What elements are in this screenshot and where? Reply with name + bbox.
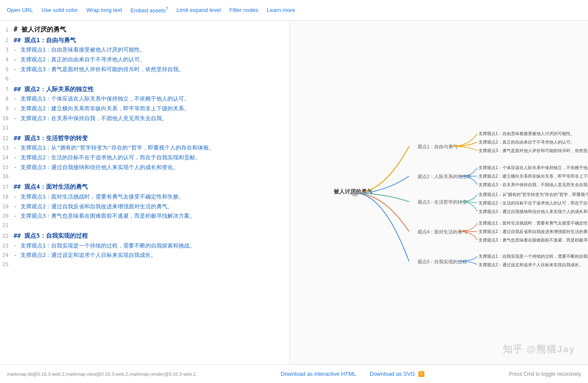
main-content: 1# 被人讨厌的勇气2## 观点1：自由与勇气3 - 支撑观点1：自由意味着接受… xyxy=(0,20,588,364)
editor-line: 3 - 支撑观点1：自由意味着接受被他人讨厌的可能性。 xyxy=(0,45,289,55)
editor-line: 22## 观点5：自我实现的过程 xyxy=(0,230,289,241)
editor-line: 5 - 支撑观点3：勇气是面对他人评价和可能的排斥时，依然坚持自我。 xyxy=(0,65,289,75)
svg-text:支撑观点3：通过自我接纳和信任他人来实现个人的成长和变化。: 支撑观点3：通过自我接纳和信任他人来实现个人的成长和变化。 xyxy=(478,209,588,214)
editor-line: 2## 观点1：自由与勇气 xyxy=(0,35,289,45)
filter-nodes-link[interactable]: Filter nodes xyxy=(229,7,258,13)
bottom-bar: markmap-lib@0.16.3-web.2,markmap-view@0.… xyxy=(0,364,588,383)
svg-text:支撑观点2：通过设定和追求个人目标来实现自我成长。: 支撑观点2：通过设定和追求个人目标来实现自我成长。 xyxy=(478,262,583,267)
line-number: 16 xyxy=(0,173,14,181)
line-number: 20 xyxy=(0,212,14,220)
line-content: # 被人讨厌的勇气 xyxy=(14,24,66,35)
version-info: markmap-lib@0.16.3-web.2,markmap-view@0.… xyxy=(7,371,196,377)
editor-line: 9 - 支撑观点2：建立横向关系而非纵向关系，即平等而非上下级的关系。 xyxy=(0,104,289,114)
line-content: ## 观点1：自由与勇气 xyxy=(14,35,76,45)
limit-expand-level-link[interactable]: Limit expand level xyxy=(176,7,221,13)
editor-line: 13 - 支撑观点1：从"拥有的"哲学转变为"存在的"哲学，即重视个人的存在和体… xyxy=(0,143,289,153)
line-content: - 支撑观点1：自由意味着接受被他人讨厌的可能性。 xyxy=(14,46,145,55)
line-number: 24 xyxy=(0,251,14,259)
line-number: 22 xyxy=(0,232,14,240)
line-number: 13 xyxy=(0,144,14,152)
embed-assets-superscript: ? xyxy=(166,6,168,11)
line-number: 9 xyxy=(0,105,14,113)
editor-line: 6 xyxy=(0,75,289,84)
line-number: 7 xyxy=(0,86,14,94)
line-number: 3 xyxy=(0,46,14,54)
embed-assets-label: Embed assets xyxy=(130,7,165,14)
editor-line: 24 - 支撑观点2：通过设定和追求个人目标来实现自我成长。 xyxy=(0,251,289,260)
svg-text:支撑观点3：勇气是面对他人评价和可能的排斥时，依然坚持自我。: 支撑观点3：勇气是面对他人评价和可能的排斥时，依然坚持自我。 xyxy=(478,148,588,153)
svg-text:支撑观点2：建立横向关系而非纵向关系，即平等而非上下级的关系: 支撑观点2：建立横向关系而非纵向关系，即平等而非上下级的关系。 xyxy=(478,174,588,179)
line-number: 23 xyxy=(0,242,14,250)
svg-text:支撑观点1：面对生活挑战时，需要有勇气去接受不确定性和失败。: 支撑观点1：面对生活挑战时，需要有勇气去接受不确定性和失败。 xyxy=(478,221,588,225)
editor-line: 20 - 支撑观点3：勇气也意味着在困难面前不逃避，而是积极寻找解决方案。 xyxy=(0,211,289,221)
editor-line: 25 xyxy=(0,260,289,270)
line-number: 12 xyxy=(0,135,14,143)
editor-line: 18 - 支撑观点1：面对生活挑战时，需要有勇气去接受不确定性和失败。 xyxy=(0,192,289,202)
line-content: - 支撑观点2：建立横向关系而非纵向关系，即平等而非上下级的关系。 xyxy=(14,104,190,113)
line-number: 4 xyxy=(0,56,14,64)
editor-line: 17## 观点4：面对生活的勇气 xyxy=(0,181,289,192)
svg-text:支撑观点3：勇气也意味着在困难面前不逃避，而是积极寻找解决方: 支撑观点3：勇气也意味着在困难面前不逃避，而是积极寻找解决方案。 xyxy=(478,238,588,242)
download-links: Download as interactive HTML Download as… xyxy=(281,371,424,377)
line-content: - 支撑观点2：真正的自由来自于不寻求他人的认可。 xyxy=(14,55,145,64)
line-content: - 支撑观点1：面对生活挑战时，需要有勇气去接受不确定性和失败。 xyxy=(14,193,184,202)
line-number: 8 xyxy=(0,95,14,103)
mindmap-panel[interactable]: 被人讨厌的勇气 观点1：自由与勇气 支撑观点1：自由意味着接受被他人讨厌的可能性… xyxy=(290,20,588,364)
editor-line: 7## 观点2：人际关系的独立性 xyxy=(0,84,289,94)
svg-point-22 xyxy=(352,190,359,197)
use-solid-color-link[interactable]: Use solid color xyxy=(41,7,78,13)
editor-line: 4 - 支撑观点2：真正的自由来自于不寻求他人的认可。 xyxy=(0,55,289,65)
editor-line: 12## 观点3：生活哲学的转变 xyxy=(0,133,289,143)
editor-line: 1# 被人讨厌的勇气 xyxy=(0,24,289,35)
svg-text:支撑观点3：在关系中保持自我，不因他人意见而失去自我。: 支撑观点3：在关系中保持自我，不因他人意见而失去自我。 xyxy=(478,182,588,187)
svg-text:支撑观点1：从"拥有的"哲学转变为"存在的"哲学，即重视个人: 支撑观点1：从"拥有的"哲学转变为"存在的"哲学，即重视个人的存在和体验。 xyxy=(478,192,588,197)
line-number: 19 xyxy=(0,203,14,211)
editor-line: 19 - 支撑观点2：通过自我反省和自我改进来增强面对生活的勇气。 xyxy=(0,202,289,212)
svg-text:观点3：生活哲学的转变: 观点3：生活哲学的转变 xyxy=(418,199,467,204)
line-content: ## 观点4：面对生活的勇气 xyxy=(14,182,88,191)
line-number: 14 xyxy=(0,154,14,162)
line-number: 6 xyxy=(0,75,14,83)
wrap-long-text-link[interactable]: Wrap long text xyxy=(86,7,122,13)
shortcut-hint: Press Cmd to toggle recursively xyxy=(509,371,581,377)
editor-line: 10 - 支撑观点3：在关系中保持自我，不因他人意见而失去自我。 xyxy=(0,114,289,124)
warning-icon: ! xyxy=(418,371,424,377)
editor-line: 14 - 支撑观点2：生活的目标不在于追求他人的认可，而在于自我实现和贡献。 xyxy=(0,153,289,163)
line-number: 10 xyxy=(0,115,14,123)
editor-line: 21 xyxy=(0,221,289,230)
line-content: - 支撑观点2：生活的目标不在于追求他人的认可，而在于自我实现和贡献。 xyxy=(14,153,201,162)
embed-assets-link[interactable]: Embed assets? xyxy=(130,6,168,14)
line-number: 2 xyxy=(0,37,14,45)
editor-line: 8 - 支撑观点1：个体应该在人际关系中保持独立，不依赖于他人的认可。 xyxy=(0,94,289,104)
line-number: 5 xyxy=(0,66,14,74)
line-content: - 支撑观点1：个体应该在人际关系中保持独立，不依赖于他人的认可。 xyxy=(14,95,190,104)
line-content: ## 观点2：人际关系的独立性 xyxy=(14,84,94,94)
svg-text:支撑观点1：自由意味着接受被他人讨厌的可能性。: 支撑观点1：自由意味着接受被他人讨厌的可能性。 xyxy=(478,131,575,136)
svg-text:支撑观点2：真正的自由来自于不寻求他人的认可。: 支撑观点2：真正的自由来自于不寻求他人的认可。 xyxy=(478,140,575,144)
line-number: 18 xyxy=(0,193,14,201)
line-number: 1 xyxy=(0,26,14,34)
download-svg-link[interactable]: Download as SVG ! xyxy=(370,371,424,377)
line-content: - 支撑观点3：在关系中保持自我，不因他人意见而失去自我。 xyxy=(14,114,167,123)
line-content: - 支撑观点2：通过设定和追求个人目标来实现自我成长。 xyxy=(14,251,156,260)
line-number: 25 xyxy=(0,261,14,269)
editor-line: 23 - 支撑观点1：自我实现是一个持续的过程，需要不断的自我探索和挑战。 xyxy=(0,241,289,251)
line-number: 15 xyxy=(0,164,14,172)
editor-line: 16 xyxy=(0,172,289,181)
line-number: 11 xyxy=(0,124,14,132)
markdown-editor[interactable]: 1# 被人讨厌的勇气2## 观点1：自由与勇气3 - 支撑观点1：自由意味着接受… xyxy=(0,20,290,364)
editor-line: 15 - 支撑观点3：通过自我接纳和信任他人来实现个人的成长和变化。 xyxy=(0,163,289,173)
line-content: ## 观点5：自我实现的过程 xyxy=(14,231,88,240)
open-url-link[interactable]: Open URL xyxy=(7,7,33,13)
svg-text:支撑观点2：通过自我反省和自我改进来增强面对生活的勇气。: 支撑观点2：通过自我反省和自我改进来增强面对生活的勇气。 xyxy=(478,229,588,234)
download-svg-label: Download as SVG xyxy=(370,371,415,377)
toolbar: Open URL Use solid color Wrap long text … xyxy=(0,0,588,20)
download-html-link[interactable]: Download as interactive HTML xyxy=(281,371,356,377)
line-content: - 支撑观点3：勇气也意味着在困难面前不逃避，而是积极寻找解决方案。 xyxy=(14,212,195,221)
line-content: - 支撑观点3：通过自我接纳和信任他人来实现个人的成长和变化。 xyxy=(14,163,179,172)
line-content: - 支撑观点3：勇气是面对他人评价和可能的排斥时，依然坚持自我。 xyxy=(14,65,184,74)
line-content: ## 观点3：生活哲学的转变 xyxy=(14,133,88,143)
svg-text:支撑观点1：个体应该在人际关系中保持独立，不依赖于他人的认可: 支撑观点1：个体应该在人际关系中保持独立，不依赖于他人的认可。 xyxy=(478,165,588,170)
line-number: 17 xyxy=(0,183,14,191)
learn-more-link[interactable]: Learn more xyxy=(267,7,295,13)
